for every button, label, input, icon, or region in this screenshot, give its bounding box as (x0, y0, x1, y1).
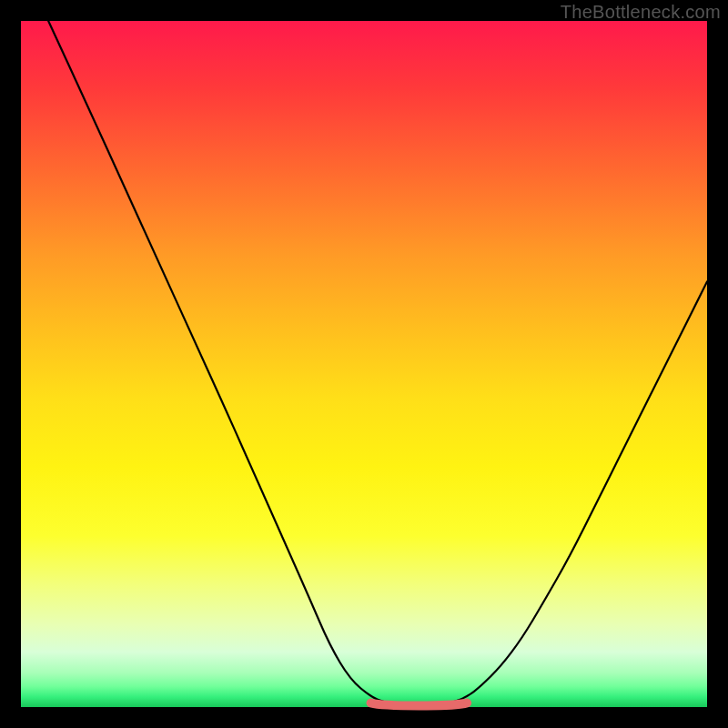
optimal-flat-region (371, 703, 468, 705)
bottleneck-curve (48, 21, 707, 705)
watermark-text: TheBottleneck.com (561, 2, 721, 23)
curve-svg (21, 21, 707, 707)
gradient-plot-area (21, 21, 707, 707)
outer-frame: TheBottleneck.com (0, 0, 728, 728)
